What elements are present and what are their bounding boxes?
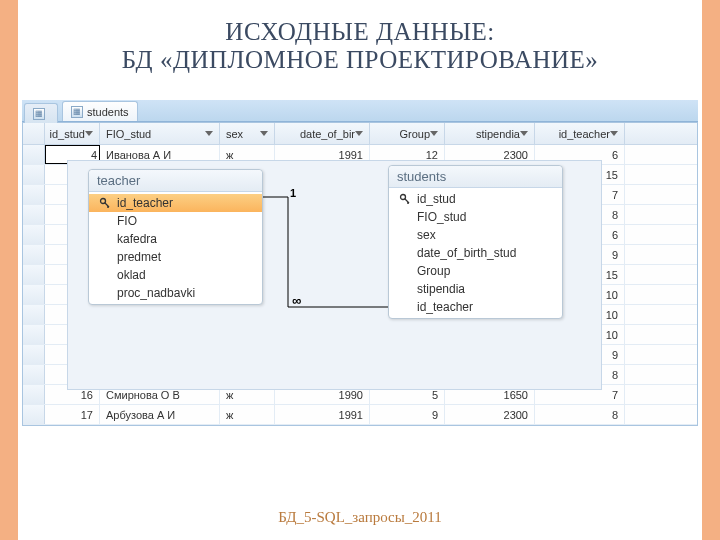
chevron-down-icon (85, 131, 93, 136)
cell-sex[interactable]: ж (220, 405, 275, 424)
row-selector[interactable] (23, 165, 45, 184)
cardinality-many: ∞ (292, 293, 301, 308)
row-selector[interactable] (23, 205, 45, 224)
cell-dob[interactable]: 1991 (275, 405, 370, 424)
table-icon: ▦ (33, 108, 45, 120)
table-window-title: teacher (89, 170, 262, 192)
col-header-id-teacher[interactable]: id_teacher (535, 123, 625, 144)
select-all-cell[interactable] (23, 123, 45, 144)
chevron-down-icon (260, 131, 268, 136)
slide-footer: БД_5-SQL_запросы_2011 (0, 509, 720, 526)
field-item[interactable]: FIO_stud (389, 208, 562, 226)
table-row[interactable]: 17Арбузова А Иж1991923008 (23, 405, 697, 425)
row-selector[interactable] (23, 405, 45, 424)
field-pk-id-teacher[interactable]: id_teacher (89, 194, 262, 212)
chevron-down-icon (610, 131, 618, 136)
cell-id-stud[interactable]: 17 (45, 405, 100, 424)
tab-students[interactable]: ▦ students (62, 101, 138, 121)
field-list: id_teacher FIO kafedra predmet oklad pro… (89, 192, 262, 304)
row-selector[interactable] (23, 185, 45, 204)
title-line-1: ИСХОДНЫЕ ДАННЫЕ: (30, 18, 690, 46)
col-header-fio-stud[interactable]: FIO_stud (100, 123, 220, 144)
table-window-teacher[interactable]: teacher id_teacher FIO kafedra predmet o… (88, 169, 263, 305)
chevron-down-icon (205, 131, 213, 136)
cell-stipendia[interactable]: 2300 (445, 405, 535, 424)
key-icon (399, 193, 411, 205)
relationship-line[interactable] (263, 197, 388, 322)
key-icon (99, 197, 111, 209)
row-selector[interactable] (23, 365, 45, 384)
field-pk-id-stud[interactable]: id_stud (389, 190, 562, 208)
slide-accent-left (0, 0, 18, 540)
slide-title: ИСХОДНЫЕ ДАННЫЕ: БД «ДИПЛОМНОЕ ПРОЕКТИРО… (0, 0, 720, 84)
cell-id-teacher[interactable]: 8 (535, 405, 625, 424)
row-selector[interactable] (23, 385, 45, 404)
row-selector[interactable] (23, 325, 45, 344)
table-icon: ▦ (71, 106, 83, 118)
table-window-students[interactable]: students id_stud FIO_stud sex date_of_bi… (388, 165, 563, 319)
slide-accent-right (702, 0, 720, 540)
cardinality-one: 1 (290, 187, 296, 199)
cell-group[interactable]: 9 (370, 405, 445, 424)
cell-fio[interactable]: Арбузова А И (100, 405, 220, 424)
col-header-stipendia[interactable]: stipendia (445, 123, 535, 144)
col-header-sex[interactable]: sex (220, 123, 275, 144)
field-item[interactable]: predmet (89, 248, 262, 266)
field-item[interactable]: Group (389, 262, 562, 280)
background-tab[interactable]: ▦ (24, 103, 58, 123)
field-item[interactable]: oklad (89, 266, 262, 284)
row-selector[interactable] (23, 305, 45, 324)
row-selector[interactable] (23, 225, 45, 244)
chevron-down-icon (520, 131, 528, 136)
field-item[interactable]: sex (389, 226, 562, 244)
field-item[interactable]: kafedra (89, 230, 262, 248)
row-selector[interactable] (23, 245, 45, 264)
row-selector[interactable] (23, 145, 45, 164)
field-item[interactable]: stipendia (389, 280, 562, 298)
svg-line-1 (105, 203, 110, 208)
row-selector[interactable] (23, 285, 45, 304)
title-line-2: БД «ДИПЛОМНОЕ ПРОЕКТИРОВАНИЕ» (30, 46, 690, 74)
table-window-title: students (389, 166, 562, 188)
tab-bar: ▦ ▦ students (22, 100, 698, 122)
col-header-date-of-bir[interactable]: date_of_bir (275, 123, 370, 144)
field-item[interactable]: date_of_birth_stud (389, 244, 562, 262)
access-window: ▦ ▦ students id_stud FIO_stud sex date_o… (22, 100, 698, 490)
datasheet-header-row: id_stud FIO_stud sex date_of_bir Group s… (23, 123, 697, 145)
row-selector[interactable] (23, 265, 45, 284)
row-selector[interactable] (23, 345, 45, 364)
chevron-down-icon (355, 131, 363, 136)
field-item[interactable]: id_teacher (389, 298, 562, 316)
col-header-id-stud[interactable]: id_stud (45, 123, 100, 144)
field-item[interactable]: FIO (89, 212, 262, 230)
chevron-down-icon (430, 131, 438, 136)
tab-label: students (87, 106, 129, 118)
relationships-panel[interactable]: teacher id_teacher FIO kafedra predmet o… (67, 160, 602, 390)
field-list: id_stud FIO_stud sex date_of_birth_stud … (389, 188, 562, 318)
col-header-group[interactable]: Group (370, 123, 445, 144)
field-item[interactable]: proc_nadbavki (89, 284, 262, 302)
svg-line-4 (405, 199, 410, 204)
